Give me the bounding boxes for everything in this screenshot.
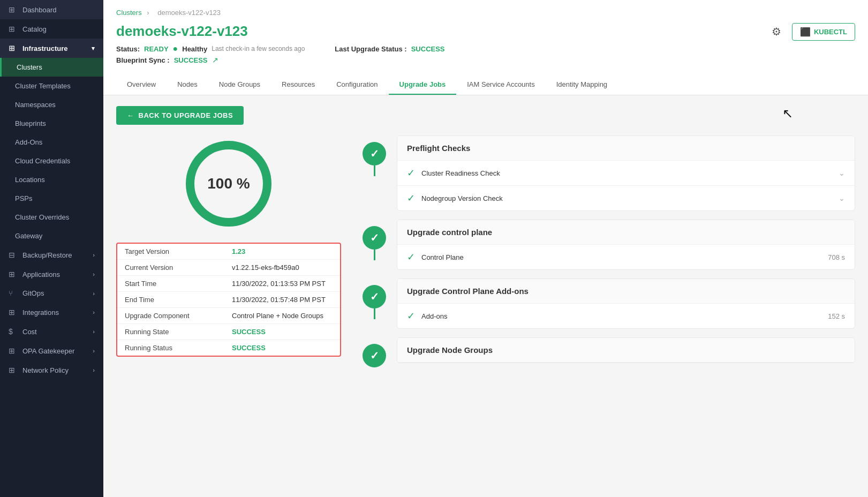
sidebar-item-add-ons[interactable]: Add-Ons bbox=[0, 133, 103, 152]
blueprint-sync-label: Blueprint Sync : bbox=[116, 56, 170, 64]
timeline-item-addons: ✓ Upgrade Control Plane Add-ons ✓ Add-on… bbox=[363, 278, 855, 329]
breadcrumb-parent[interactable]: Clusters bbox=[116, 9, 142, 17]
info-row-target-version: Target Version 1.23 bbox=[117, 244, 340, 260]
sidebar-item-psps[interactable]: PSPs bbox=[0, 189, 103, 208]
sidebar-item-cloud-credentials[interactable]: Cloud Credentials bbox=[0, 152, 103, 170]
tab-iam-service-accounts[interactable]: IAM Service Accounts bbox=[456, 75, 545, 95]
tab-resources[interactable]: Resources bbox=[271, 75, 326, 95]
step-card-title: Upgrade control plane bbox=[397, 220, 855, 245]
step-card-title: Preflight Checks bbox=[397, 136, 855, 161]
info-key: Upgrade Component bbox=[125, 312, 232, 320]
sidebar-item-opa-gatekeeper[interactable]: ⊞ OPA Gatekeeper › bbox=[0, 341, 103, 360]
step-row-control-plane: ✓ Control Plane 708 s bbox=[397, 245, 855, 269]
sidebar: ⊞ Dashboard ⊞ Catalog ⊞ Infrastructure ▾… bbox=[0, 0, 103, 497]
sidebar-item-blueprints[interactable]: Blueprints bbox=[0, 114, 103, 133]
sidebar-item-gateway[interactable]: Gateway bbox=[0, 227, 103, 245]
step-card-title: Upgrade Node Groups bbox=[397, 338, 855, 363]
back-to-upgrade-jobs-button[interactable]: ← BACK TO UPGRADE JOBS bbox=[116, 106, 244, 125]
sidebar-item-label: Infrastructure bbox=[22, 44, 68, 52]
sidebar-item-catalog[interactable]: ⊞ Catalog bbox=[0, 19, 103, 39]
sidebar-item-gitops[interactable]: ⑂ GitOps › bbox=[0, 284, 103, 303]
timeline-circle-control-plane: ✓ bbox=[363, 226, 386, 250]
sidebar-item-infrastructure[interactable]: ⊞ Infrastructure ▾ bbox=[0, 39, 103, 58]
backup-icon: ⊟ bbox=[9, 251, 17, 259]
info-key: Start Time bbox=[125, 280, 232, 288]
step-card-preflight: Preflight Checks ✓ Cluster Readiness Che… bbox=[397, 135, 855, 211]
step-card-addons: Upgrade Control Plane Add-ons ✓ Add-ons … bbox=[397, 278, 855, 329]
step-check-icon: ✓ bbox=[407, 192, 415, 204]
timeline: ✓ Preflight Checks ✓ Cluster Readiness C… bbox=[363, 135, 855, 376]
info-row-end-time: End Time 11/30/2022, 01:57:48 PM PST bbox=[117, 292, 340, 308]
info-row-running-status: Running Status SUCCESS bbox=[117, 340, 340, 356]
step-name: Cluster Readiness Check bbox=[421, 169, 828, 177]
tab-identity-mapping[interactable]: Identity Mapping bbox=[546, 75, 618, 95]
sidebar-item-integrations[interactable]: ⊞ Integrations › bbox=[0, 303, 103, 322]
breadcrumb: Clusters › demoeks-v122-v123 bbox=[116, 9, 855, 17]
chevron-right-icon: › bbox=[93, 328, 95, 335]
info-val: 11/30/2022, 01:13:53 PM PST bbox=[232, 280, 326, 288]
chevron-right-icon: › bbox=[93, 271, 95, 277]
tab-upgrade-jobs[interactable]: Upgrade Jobs bbox=[389, 75, 457, 95]
cost-icon: $ bbox=[9, 327, 17, 336]
sidebar-item-label: Catalog bbox=[22, 25, 47, 33]
tab-configuration[interactable]: Configuration bbox=[326, 75, 388, 95]
info-key: Running Status bbox=[125, 344, 232, 352]
upgrade-layout: 100 % Target Version 1.23 Current Versio… bbox=[116, 135, 855, 376]
check-icon: ✓ bbox=[370, 231, 379, 244]
last-checkin: Last check-in a few seconds ago bbox=[212, 45, 305, 52]
sidebar-item-clusters[interactable]: Clusters bbox=[0, 58, 103, 77]
sidebar-item-namespaces[interactable]: Namespaces bbox=[0, 95, 103, 114]
blueprint-sync-row: Blueprint Sync : SUCCESS ↗ bbox=[116, 56, 445, 64]
sidebar-item-dashboard[interactable]: ⊞ Dashboard bbox=[0, 0, 103, 19]
settings-button[interactable]: ⚙ bbox=[769, 23, 783, 40]
sidebar-item-backup-restore[interactable]: ⊟ Backup/Restore › bbox=[0, 245, 103, 265]
kubectl-button[interactable]: ⬛ KUBECTL bbox=[792, 23, 855, 41]
sidebar-item-label: Blueprints bbox=[15, 119, 46, 127]
sidebar-item-label: GitOps bbox=[22, 289, 44, 297]
step-check-icon: ✓ bbox=[407, 167, 415, 179]
info-key: End Time bbox=[125, 296, 232, 304]
info-key: Running State bbox=[125, 328, 232, 336]
health-label: Healthy bbox=[182, 45, 207, 53]
step-check-icon: ✓ bbox=[407, 251, 415, 263]
gitops-icon: ⑂ bbox=[9, 289, 17, 297]
progress-donut: 100 % bbox=[180, 135, 277, 232]
sidebar-item-label: Dashboard bbox=[22, 6, 57, 14]
sidebar-item-cluster-overrides[interactable]: Cluster Overrides bbox=[0, 208, 103, 227]
header-actions: ⚙ ⬛ KUBECTL bbox=[769, 23, 855, 41]
sidebar-item-cost[interactable]: $ Cost › bbox=[0, 322, 103, 341]
opa-icon: ⊞ bbox=[9, 347, 17, 355]
info-val: 11/30/2022, 01:57:48 PM PST bbox=[232, 296, 326, 304]
tab-nodes[interactable]: Nodes bbox=[167, 75, 208, 95]
sidebar-item-label: Locations bbox=[15, 176, 45, 184]
step-card-title: Upgrade Control Plane Add-ons bbox=[397, 279, 855, 304]
sidebar-item-network-policy[interactable]: ⊞ Network Policy › bbox=[0, 360, 103, 380]
timeline-item-control-plane: ✓ Upgrade control plane ✓ Control Plane … bbox=[363, 220, 855, 270]
sidebar-item-cluster-templates[interactable]: Cluster Templates bbox=[0, 77, 103, 95]
step-card-control-plane: Upgrade control plane ✓ Control Plane 70… bbox=[397, 220, 855, 270]
sidebar-item-label: Network Policy bbox=[22, 366, 69, 374]
chevron-down-icon[interactable]: ⌄ bbox=[839, 194, 845, 202]
chevron-down-icon[interactable]: ⌄ bbox=[839, 169, 845, 177]
chevron-down-icon: ▾ bbox=[92, 45, 95, 52]
tab-node-groups[interactable]: Node Groups bbox=[208, 75, 271, 95]
tab-overview[interactable]: Overview bbox=[116, 75, 167, 95]
timeline-item-preflight: ✓ Preflight Checks ✓ Cluster Readiness C… bbox=[363, 135, 855, 211]
sidebar-item-label: Add-Ons bbox=[15, 138, 42, 146]
sidebar-item-label: Cost bbox=[22, 328, 37, 336]
upgrade-info-table: Target Version 1.23 Current Version v1.2… bbox=[116, 243, 341, 357]
step-card-body: ✓ Cluster Readiness Check ⌄ ✓ Nodegroup … bbox=[397, 161, 855, 210]
sidebar-item-applications[interactable]: ⊞ Applications › bbox=[0, 265, 103, 284]
sidebar-item-label: Clusters bbox=[17, 63, 42, 71]
info-row-running-state: Running State SUCCESS bbox=[117, 324, 340, 340]
chevron-right-icon: › bbox=[93, 348, 95, 354]
sidebar-item-label: Cloud Credentials bbox=[15, 157, 70, 165]
breadcrumb-separator: › bbox=[147, 9, 149, 17]
breadcrumb-current: demoeks-v122-v123 bbox=[157, 9, 221, 17]
blueprint-sync-value: SUCCESS bbox=[174, 56, 208, 64]
kubectl-label: KUBECTL bbox=[814, 28, 847, 36]
external-link-icon[interactable]: ↗ bbox=[212, 56, 218, 64]
back-button-label: BACK TO UPGRADE JOBS bbox=[139, 111, 233, 119]
sidebar-item-locations[interactable]: Locations bbox=[0, 170, 103, 189]
check-icon: ✓ bbox=[370, 147, 379, 160]
